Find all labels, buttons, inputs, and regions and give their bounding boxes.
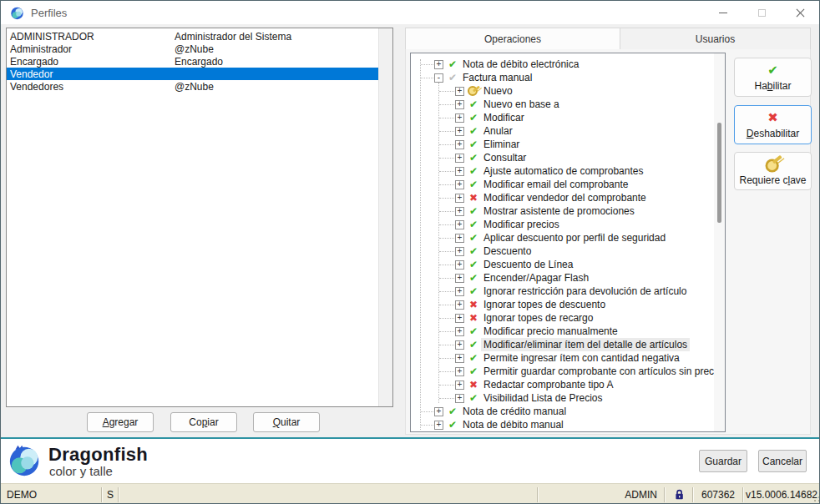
expander-toggle[interactable]: +	[455, 394, 464, 403]
perfiles-window: Perfiles ADMINISTRADOR Administrador del…	[0, 0, 820, 504]
tree-item[interactable]: + Visibilidad Lista de Precios	[411, 391, 714, 405]
tab-operaciones[interactable]: Operaciones	[405, 28, 620, 50]
tree-item[interactable]: + Mostrar asistente de promociones	[411, 204, 714, 218]
profile-row[interactable]: Administrador @zNube	[7, 43, 378, 55]
permission-label: Modificar precio manualmente	[481, 325, 620, 338]
expander-toggle[interactable]: +	[455, 354, 464, 363]
expander-toggle[interactable]: +	[455, 154, 464, 163]
tree-item[interactable]: + Permitir guardar comprobante con artíc…	[411, 365, 714, 378]
expander-toggle[interactable]: +	[455, 127, 464, 136]
expander-toggle[interactable]: +	[455, 194, 464, 203]
permissions-tree: + Nota de débito electrónica - Factura m…	[410, 53, 726, 432]
tree-item[interactable]: + Nuevo en base a	[411, 98, 714, 111]
tree-scrollbar-thumb[interactable]	[717, 123, 721, 223]
expander-toggle[interactable]: +	[455, 340, 464, 350]
permission-state-icon	[445, 58, 460, 70]
permission-label: Anular	[481, 124, 515, 138]
profile-row[interactable]: Vendedor	[7, 68, 378, 80]
disable-button-label: Deshabilitar	[747, 128, 799, 139]
tree-item[interactable]: + Ajuste automatico de comprobantes	[411, 164, 714, 178]
expander-toggle[interactable]: +	[455, 367, 464, 376]
tree-item[interactable]: + Ignorar topes de descuento	[411, 298, 714, 311]
resize-grip[interactable]	[815, 501, 816, 501]
tree-item[interactable]: + Redactar comprobante tipo A	[411, 378, 714, 391]
permission-label: Eliminar	[481, 138, 522, 151]
tree-item[interactable]: + Aplicar descuento por perfil de seguri…	[411, 231, 714, 244]
expander-toggle[interactable]: +	[455, 327, 464, 336]
tree-item[interactable]: + Ignorar restricción para devolución de…	[411, 285, 714, 298]
expander-toggle[interactable]: +	[434, 421, 443, 430]
permission-state-icon	[466, 325, 481, 337]
permission-label: Ignorar topes de descuento	[481, 298, 608, 311]
expander-toggle[interactable]: +	[455, 140, 464, 149]
expander-toggle[interactable]: +	[455, 220, 464, 229]
tree-item[interactable]: + Modificar email del comprobante	[411, 178, 714, 191]
tree-item[interactable]: + Modificar vendedor del comprobante	[411, 191, 714, 204]
tree-scrollbar[interactable]	[714, 53, 725, 431]
permission-state-icon	[466, 245, 481, 257]
expander-toggle[interactable]: +	[455, 167, 464, 176]
enable-button[interactable]: Habilitar	[734, 58, 812, 97]
permission-state-icon	[466, 192, 481, 204]
save-button[interactable]: Guardar	[699, 450, 747, 472]
cancel-button[interactable]: Cancelar	[758, 450, 807, 472]
tree-item[interactable]: + Descuento	[411, 244, 714, 258]
expander-toggle[interactable]: -	[434, 73, 443, 83]
statusbar: DEMO S ADMIN 607362 v15.0006.14682	[1, 483, 819, 504]
close-button[interactable]	[781, 1, 819, 24]
profile-row[interactable]: Vendedores @zNube	[7, 80, 378, 93]
expander-toggle[interactable]: +	[455, 247, 464, 256]
tree-item[interactable]: + Modificar precio manualmente	[411, 325, 714, 338]
profile-name: Encargado	[7, 56, 175, 68]
tree-item[interactable]: + Ignorar topes de recargo	[411, 311, 714, 325]
expander-toggle[interactable]: +	[455, 87, 464, 96]
tab-usuarios[interactable]: Usuarios	[620, 28, 811, 50]
expander-toggle[interactable]: +	[455, 180, 464, 189]
tree-item[interactable]: + Descuento de Línea	[411, 258, 714, 271]
profiles-scrollbar[interactable]	[378, 28, 392, 406]
tree-item[interactable]: + Permite ingresar ítem con cantidad neg…	[411, 351, 714, 365]
statusbar-user: ADMIN	[539, 484, 664, 504]
tree-item[interactable]: + Nota de crédito manual	[411, 405, 714, 418]
expander-toggle[interactable]: +	[455, 113, 464, 123]
tree-item[interactable]: + Eliminar	[411, 138, 714, 151]
window-controls	[704, 1, 819, 24]
minimize-icon	[719, 13, 727, 13]
permission-state-icon	[466, 219, 481, 230]
expander-toggle[interactable]: +	[455, 207, 464, 216]
tree-item[interactable]: + Nota de débito manual	[411, 418, 714, 431]
key-icon	[762, 154, 782, 174]
profile-row[interactable]: ADMINISTRADOR Administrador del Sistema	[7, 30, 378, 43]
permission-label: Modificar precios	[481, 218, 562, 231]
tree-item[interactable]: + Consultar	[411, 151, 714, 164]
tree-item[interactable]: + Modificar/eliminar ítem del detalle de…	[411, 338, 714, 351]
expander-toggle[interactable]: +	[455, 260, 464, 270]
tree-item[interactable]: + Nuevo	[411, 84, 714, 98]
tree-item[interactable]: + Modificar	[411, 111, 714, 124]
expander-toggle[interactable]: +	[455, 314, 464, 323]
expander-toggle[interactable]: +	[434, 60, 443, 69]
lock-icon	[675, 489, 684, 500]
profile-row[interactable]: Encargado Encargado	[7, 55, 378, 68]
copy-profile-button[interactable]: Copiar	[170, 412, 237, 432]
tree-item[interactable]: + Anular	[411, 124, 714, 138]
disable-button[interactable]: Deshabilitar	[734, 105, 812, 144]
add-profile-button[interactable]: Agregar	[87, 412, 154, 432]
expander-toggle[interactable]: +	[455, 287, 464, 296]
tree-item[interactable]: + Encender/Apagar Flash	[411, 271, 714, 285]
require-key-button[interactable]: Requiere clave	[734, 152, 812, 190]
maximize-button[interactable]	[742, 1, 781, 24]
tree-item[interactable]: - Factura manual	[411, 71, 714, 84]
remove-profile-button[interactable]: Quitar	[253, 412, 320, 432]
expander-toggle[interactable]: +	[455, 100, 464, 109]
tree-item[interactable]: + Modificar precios	[411, 218, 714, 231]
window-title: Perfiles	[31, 7, 67, 19]
expander-toggle[interactable]: +	[455, 274, 464, 283]
profile-description: Encargado	[175, 56, 378, 68]
expander-toggle[interactable]: +	[455, 381, 464, 390]
minimize-button[interactable]	[704, 1, 742, 24]
expander-toggle[interactable]: +	[434, 407, 443, 416]
expander-toggle[interactable]: +	[455, 234, 464, 243]
tree-item[interactable]: + Nota de débito electrónica	[411, 58, 714, 71]
expander-toggle[interactable]: +	[455, 300, 464, 310]
